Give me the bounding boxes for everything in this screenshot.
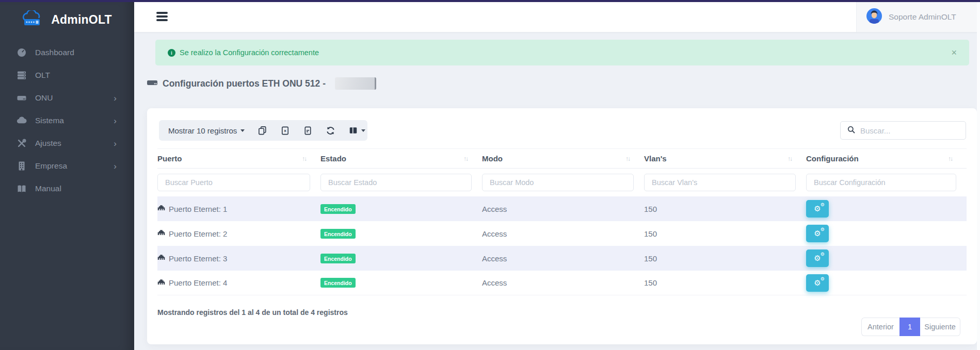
mode-value: Access <box>482 229 644 238</box>
sidebar: AdminOLT Dashboard <box>0 2 134 350</box>
sort-icon: ↑↓ <box>302 155 306 162</box>
success-alert: i Se realizo la Configuración correctame… <box>155 40 969 65</box>
user-menu[interactable]: Soporte AdminOLT <box>856 2 977 32</box>
table-row: Puerto Eternet: 2 Encendido Access 150 ⚙… <box>157 221 967 246</box>
port-label: Puerto Eternet: 2 <box>169 229 227 238</box>
filter-puerto-input[interactable] <box>157 174 310 191</box>
configure-port-button[interactable]: ⚙⚙ <box>806 200 829 218</box>
sort-icon: ↑↓ <box>463 155 468 162</box>
pagination: Anterior 1 Siguiente <box>861 318 960 336</box>
page-title-text: Configuración puertos ETH ONU 512 - <box>163 78 326 89</box>
user-name: Soporte AdminOLT <box>889 12 956 22</box>
scrollbar-track[interactable] <box>977 2 980 350</box>
cloud-router-logo-icon <box>22 10 46 29</box>
status-badge: Encendido <box>320 204 356 214</box>
alert-message: Se realizo la Configuración correctament… <box>180 48 319 57</box>
status-badge: Encendido <box>320 229 356 239</box>
info-icon: i <box>168 49 175 57</box>
export-excel-button[interactable]: x <box>280 126 290 136</box>
svg-text:x: x <box>284 128 287 133</box>
column-visibility-button[interactable] <box>348 126 365 135</box>
chevron-right-icon: › <box>114 116 117 125</box>
main-content: i Se realizo la Configuración correctame… <box>134 32 977 350</box>
status-badge: Encendido <box>320 278 356 288</box>
vlan-value: 150 <box>644 229 806 238</box>
filter-estado-input[interactable] <box>320 174 472 191</box>
column-header-vlans[interactable]: Vlan's ↑↓ <box>644 154 806 163</box>
ethernet-icon <box>157 254 165 263</box>
vlan-value: 150 <box>644 254 806 263</box>
copy-button[interactable] <box>258 126 267 136</box>
table-row: Puerto Eternet: 3 Encendido Access 150 ⚙… <box>157 246 967 271</box>
pagination-previous-button[interactable]: Anterior <box>861 318 899 336</box>
hdd-icon <box>15 93 28 103</box>
column-header-modo[interactable]: Modo ↑↓ <box>482 154 644 163</box>
configure-port-button[interactable]: ⚙⚙ <box>806 225 829 242</box>
column-header-configuracion[interactable]: Configuración ↑↓ <box>806 154 967 163</box>
sort-icon: ↑↓ <box>948 155 952 162</box>
close-icon[interactable]: × <box>951 48 957 57</box>
chevron-right-icon: › <box>114 162 117 171</box>
table-filter-row <box>157 169 967 196</box>
filter-modo-input[interactable] <box>482 174 634 191</box>
gears-icon: ⚙⚙ <box>814 279 821 287</box>
column-header-puerto[interactable]: Puerto ↑↓ <box>157 154 320 163</box>
table-row: Puerto Eternet: 4 Encendido Access 150 ⚙… <box>157 271 967 295</box>
filter-vlans-input[interactable] <box>644 174 796 191</box>
port-label: Puerto Eternet: 1 <box>169 205 227 213</box>
configure-port-button[interactable]: ⚙⚙ <box>806 249 829 267</box>
sidebar-item-onu[interactable]: ONU › <box>0 87 134 109</box>
pagination-next-button[interactable]: Siguiente <box>920 318 960 336</box>
gauge-icon <box>15 47 28 58</box>
building-icon <box>15 161 28 171</box>
page-length-dropdown[interactable]: Mostrar 10 registros <box>168 126 245 135</box>
cloud-icon <box>15 115 28 126</box>
sidebar-item-sistema[interactable]: Sistema › <box>0 109 134 132</box>
table-card: Mostrar 10 registros x <box>147 108 977 344</box>
export-file-button[interactable] <box>303 126 313 136</box>
refresh-icon[interactable] <box>326 126 335 136</box>
mode-value: Access <box>482 278 644 287</box>
hdd-icon <box>147 77 158 90</box>
server-icon <box>15 70 28 80</box>
filter-configuracion-input[interactable] <box>806 174 956 191</box>
page-title: Configuración puertos ETH ONU 512 - <box>147 77 376 90</box>
mode-value: Access <box>482 254 644 263</box>
ethernet-icon <box>157 229 165 238</box>
search-input[interactable] <box>860 126 948 135</box>
gears-icon: ⚙⚙ <box>814 205 821 212</box>
table-row: Puerto Eternet: 1 Encendido Access 150 ⚙… <box>157 196 967 221</box>
sidebar-item-empresa[interactable]: Empresa › <box>0 155 134 177</box>
caret-down-icon <box>361 129 365 132</box>
sidebar-item-olt[interactable]: OLT <box>0 64 134 87</box>
book-icon <box>15 184 28 194</box>
search-icon <box>847 125 856 136</box>
vlan-value: 150 <box>644 278 806 287</box>
chevron-right-icon: › <box>114 139 117 148</box>
configure-port-button[interactable]: ⚙⚙ <box>806 274 829 292</box>
mode-value: Access <box>482 205 644 213</box>
sort-icon: ↑↓ <box>788 155 792 162</box>
brand-logo[interactable]: AdminOLT <box>0 2 134 34</box>
vlan-value: 150 <box>644 205 806 213</box>
ports-table: Puerto ↑↓ Estado ↑↓ Modo ↑↓ Vlan's ↑↓ Co… <box>157 148 967 295</box>
tools-icon <box>15 138 28 148</box>
sidebar-item-dashboard[interactable]: Dashboard <box>0 41 134 64</box>
table-info: Mostrando registros del 1 al 4 de un tot… <box>157 308 348 316</box>
column-header-estado[interactable]: Estado ↑↓ <box>320 154 482 163</box>
redacted-onu-name <box>335 77 376 90</box>
table-header-row: Puerto ↑↓ Estado ↑↓ Modo ↑↓ Vlan's ↑↓ Co… <box>157 148 967 169</box>
sidebar-item-ajustes[interactable]: Ajustes › <box>0 132 134 155</box>
top-accent-strip <box>0 0 980 2</box>
chevron-right-icon: › <box>114 94 117 103</box>
table-toolbar: Mostrar 10 registros x <box>159 120 367 141</box>
brand-name: AdminOLT <box>51 13 111 27</box>
gears-icon: ⚙⚙ <box>814 229 821 237</box>
gears-icon: ⚙⚙ <box>814 254 821 262</box>
pagination-page-1[interactable]: 1 <box>899 318 920 336</box>
top-navbar: Soporte AdminOLT <box>134 2 980 32</box>
sidebar-nav: Dashboard OLT <box>0 41 134 200</box>
table-search <box>840 121 966 140</box>
sidebar-item-manual[interactable]: Manual <box>0 177 134 200</box>
sidebar-toggle-button[interactable] <box>156 12 168 23</box>
